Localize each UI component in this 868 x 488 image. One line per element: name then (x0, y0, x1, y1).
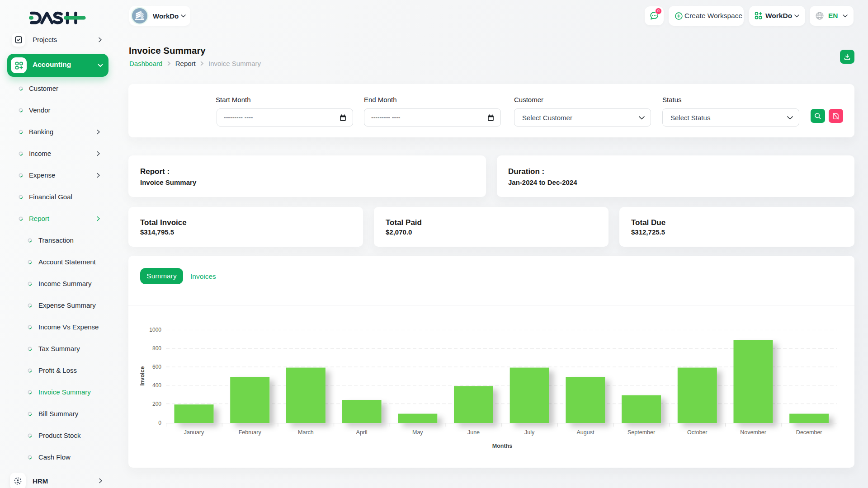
svg-text:April: April (356, 429, 368, 436)
svg-text:1000: 1000 (149, 327, 161, 333)
svg-text:Months: Months (492, 443, 512, 449)
svg-text:July: July (524, 429, 535, 436)
svg-text:600: 600 (152, 364, 161, 370)
svg-text:December: December (796, 429, 822, 436)
svg-text:800: 800 (152, 345, 161, 352)
svg-text:October: October (687, 429, 707, 436)
svg-text:January: January (184, 429, 204, 436)
svg-text:May: May (412, 429, 423, 436)
svg-text:June: June (467, 429, 480, 436)
svg-text:0: 0 (158, 420, 161, 426)
svg-text:200: 200 (152, 401, 161, 407)
svg-text:400: 400 (152, 382, 161, 389)
svg-text:Invoice: Invoice (139, 366, 146, 385)
svg-text:September: September (627, 429, 655, 436)
svg-text:February: February (239, 429, 262, 436)
svg-text:August: August (576, 429, 594, 436)
svg-text:March: March (298, 429, 314, 436)
svg-text:November: November (740, 429, 766, 436)
